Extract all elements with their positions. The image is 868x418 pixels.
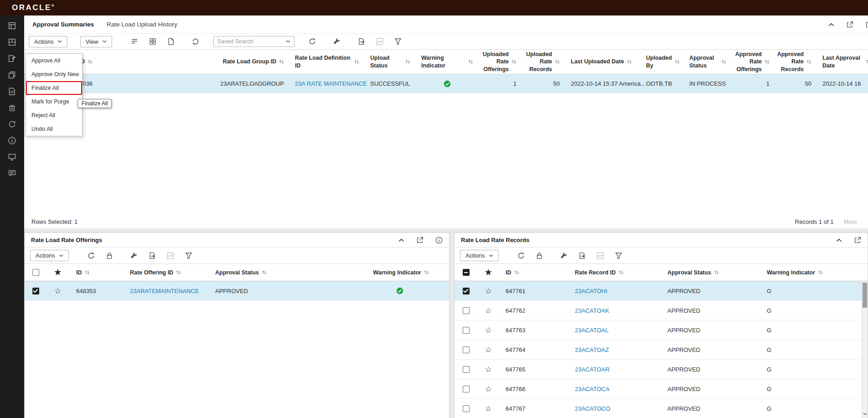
column-header-uploaded-rate-offerings[interactable]: Uploaded Rate Offerings bbox=[479, 50, 522, 74]
cell-rate-record-id-link[interactable]: 23ACATOAL bbox=[568, 320, 661, 340]
star-icon[interactable]: ☆ bbox=[485, 346, 491, 354]
saved-search-combobox[interactable]: Saved Search bbox=[213, 36, 294, 47]
sidebar-item-workbench[interactable] bbox=[0, 21, 24, 30]
column-header-upload-status[interactable]: Upload Status bbox=[365, 50, 416, 74]
collapse-icon[interactable] bbox=[836, 238, 842, 242]
cell-rate-record-id-link[interactable]: 23ACATOCA bbox=[568, 379, 661, 398]
column-header-last-approval-date[interactable]: Last Approval Date bbox=[817, 50, 868, 74]
collapse-icon[interactable] bbox=[828, 23, 834, 26]
reload-button[interactable] bbox=[189, 36, 202, 47]
sidebar-item-document-edit[interactable] bbox=[0, 87, 24, 96]
refresh-button[interactable] bbox=[305, 36, 319, 47]
star-icon[interactable]: ☆ bbox=[485, 405, 491, 413]
scrollbar-thumb[interactable] bbox=[863, 283, 867, 308]
tab-rate-load-upload-history[interactable]: Rate Load Upload History bbox=[100, 21, 184, 28]
column-header-rate-record-id[interactable]: Rate Record ID bbox=[568, 264, 661, 281]
cell-rate-record-id-link[interactable]: 23ACATOCO bbox=[568, 399, 661, 418]
sidebar-item-feedback[interactable] bbox=[0, 169, 24, 178]
star-icon[interactable]: ☆ bbox=[54, 287, 61, 295]
column-header-approved-rate-records[interactable]: Approved Rate Records bbox=[775, 50, 817, 74]
sidebar-item-monitor[interactable] bbox=[0, 153, 24, 161]
filter-button[interactable] bbox=[182, 250, 196, 262]
star-icon[interactable]: ☆ bbox=[485, 287, 491, 295]
export-button[interactable] bbox=[355, 36, 368, 47]
column-header-rate-load-group-id[interactable]: Rate Load Group ID bbox=[98, 50, 289, 74]
actions-button[interactable]: Actions bbox=[29, 36, 67, 47]
sidebar-item-order-form[interactable] bbox=[0, 54, 24, 63]
chart-button[interactable] bbox=[594, 250, 607, 262]
tools-button[interactable] bbox=[557, 250, 571, 262]
column-header-approval-status[interactable]: Approval Status bbox=[208, 264, 292, 281]
cell-rate-record-id-link[interactable]: 23ACATOAZ bbox=[568, 340, 661, 359]
column-header-id[interactable]: ID bbox=[499, 264, 568, 281]
clipped-window-icon[interactable] bbox=[865, 21, 868, 28]
column-header-approval-status[interactable]: Approval Status bbox=[661, 264, 760, 281]
open-in-new-window-icon[interactable] bbox=[416, 237, 424, 244]
column-header-warning-indicator[interactable]: Warning Indicator bbox=[760, 264, 868, 281]
records-table-row[interactable]: ☆ 647765 23ACATOAR APPROVED G bbox=[455, 360, 868, 379]
column-header-uploaded-by[interactable]: Uploaded By bbox=[641, 50, 684, 74]
sidebar-item-process[interactable] bbox=[0, 120, 24, 129]
open-in-new-window-icon[interactable] bbox=[854, 237, 861, 244]
row-checkbox[interactable] bbox=[463, 327, 470, 334]
summary-table-row[interactable]: 52036 23ARATELOADGROUP 23A RATE MAINTENA… bbox=[24, 74, 868, 93]
lock-button[interactable] bbox=[532, 250, 546, 262]
row-checkbox[interactable] bbox=[463, 346, 470, 353]
column-header-approval-status[interactable]: Approval Status bbox=[684, 50, 732, 74]
row-checkbox[interactable] bbox=[32, 288, 39, 294]
column-header-warning-indicator[interactable]: Warning Indicator bbox=[416, 50, 479, 74]
sidebar-item-copy[interactable] bbox=[0, 71, 24, 79]
records-table-row[interactable]: ☆ 647767 23ACATOCO APPROVED G bbox=[455, 399, 868, 418]
export-button[interactable] bbox=[145, 250, 159, 262]
column-header-id[interactable]: ID bbox=[69, 264, 123, 281]
tools-button[interactable] bbox=[127, 250, 141, 262]
row-checkbox[interactable] bbox=[463, 366, 470, 373]
filter-button[interactable] bbox=[612, 250, 625, 262]
column-header-rate-offering-id[interactable]: Rate Offering ID bbox=[123, 264, 208, 281]
detach-button[interactable] bbox=[128, 36, 141, 47]
row-checkbox[interactable] bbox=[463, 386, 470, 392]
cell-rate-offering-id-link[interactable]: 23ARATEMAINTENANCE bbox=[123, 281, 208, 300]
scroll-down-button[interactable] bbox=[862, 410, 868, 418]
sidebar-item-delete[interactable] bbox=[0, 103, 24, 112]
menu-item-approve-only-new[interactable]: Approve Only New bbox=[26, 67, 82, 81]
more-button[interactable]: More bbox=[843, 218, 857, 225]
column-header-warning-indicator[interactable]: Warning Indicator bbox=[292, 264, 449, 281]
menu-item-approve-all[interactable]: Approve All bbox=[26, 54, 82, 67]
star-header-icon[interactable]: ★ bbox=[54, 268, 61, 276]
chart-button[interactable] bbox=[373, 36, 387, 47]
column-header-rate-load-definition-id[interactable]: Rate Load Definition ID bbox=[289, 50, 365, 74]
records-table-row[interactable]: ☆ 647761 23ACATOHI APPROVED G bbox=[455, 281, 868, 301]
tab-approval-summaries[interactable]: Approval Summaries bbox=[26, 21, 100, 28]
star-icon[interactable]: ☆ bbox=[485, 366, 491, 373]
star-icon[interactable]: ☆ bbox=[485, 307, 491, 315]
cell-rate-record-id-link[interactable]: 23ACATOHI bbox=[568, 281, 661, 300]
column-header-last-uploaded-date[interactable]: Last Uploaded Date bbox=[565, 50, 641, 74]
column-header-approved-rate-offerings[interactable]: Approved Rate Offerings bbox=[732, 50, 775, 74]
cell-rate-record-id-link[interactable]: 23ACATOAK bbox=[568, 301, 661, 320]
records-table-row[interactable]: ☆ 647766 23ACATOCA APPROVED G bbox=[455, 379, 868, 399]
view-button[interactable]: View bbox=[80, 36, 112, 47]
tools-button[interactable] bbox=[330, 36, 344, 47]
row-checkbox[interactable] bbox=[463, 288, 470, 294]
export-button[interactable] bbox=[575, 250, 589, 262]
info-icon[interactable] bbox=[435, 237, 443, 244]
records-table-row[interactable]: ☆ 647763 23ACATOAL APPROVED G bbox=[455, 320, 868, 340]
menu-item-mark-for-purge[interactable]: Mark for Purge bbox=[26, 95, 82, 108]
select-all-checkbox[interactable] bbox=[463, 269, 470, 276]
refresh-button[interactable] bbox=[514, 250, 528, 262]
cell-rate-load-definition-id-link[interactable]: 23A RATE MAINTENANCE bbox=[289, 74, 365, 93]
menu-item-reject-all[interactable]: Reject All bbox=[26, 108, 82, 122]
row-checkbox[interactable] bbox=[463, 307, 470, 314]
open-in-new-window-icon[interactable] bbox=[846, 21, 853, 28]
actions-button[interactable]: Actions bbox=[460, 250, 499, 261]
filter-button[interactable] bbox=[391, 36, 405, 47]
actions-button[interactable]: Actions bbox=[30, 250, 69, 261]
cell-rate-record-id-link[interactable]: 23ACATOAR bbox=[568, 360, 661, 379]
collapse-icon[interactable] bbox=[398, 238, 404, 242]
menu-item-finalize-all[interactable]: Finalize All bbox=[26, 81, 82, 95]
star-header-icon[interactable]: ★ bbox=[485, 268, 491, 276]
layout-button[interactable] bbox=[146, 36, 160, 47]
records-table-row[interactable]: ☆ 647764 23ACATOAZ APPROVED G bbox=[455, 340, 868, 360]
sidebar-item-info[interactable] bbox=[0, 136, 24, 145]
